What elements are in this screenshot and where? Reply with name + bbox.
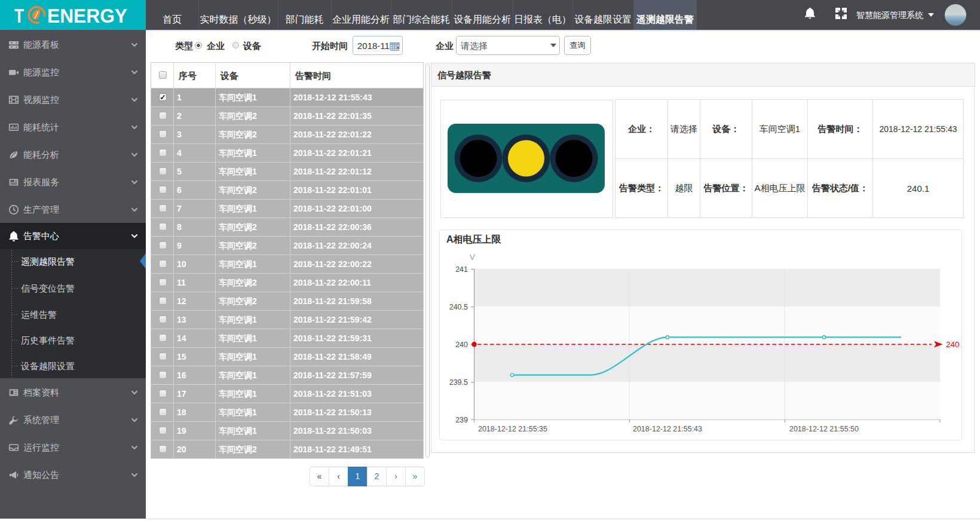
svg-text:240: 240 xyxy=(455,341,468,349)
svg-text:2018-12-12 21:55:43: 2018-12-12 21:55:43 xyxy=(633,425,702,433)
svg-text:241: 241 xyxy=(455,265,468,274)
svg-text:240: 240 xyxy=(946,340,960,349)
svg-text:T: T xyxy=(14,5,24,27)
svg-text:239.5: 239.5 xyxy=(449,378,468,387)
svg-text:240.5: 240.5 xyxy=(449,303,468,311)
svg-text:V: V xyxy=(470,253,475,262)
svg-text:2018-12-12 21:55:50: 2018-12-12 21:55:50 xyxy=(789,425,859,433)
svg-text:2018-12-12 21:55:35: 2018-12-12 21:55:35 xyxy=(478,425,547,433)
svg-text:ENERGY: ENERGY xyxy=(47,5,127,27)
svg-text:239: 239 xyxy=(455,416,468,424)
